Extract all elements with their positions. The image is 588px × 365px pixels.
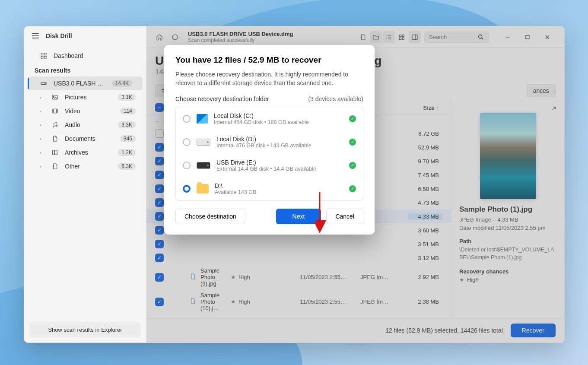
radio-button[interactable] — [183, 115, 191, 123]
grid-icon — [40, 52, 48, 59]
sidebar-item-archives[interactable]: › Archives 1.2K — [24, 146, 146, 159]
chevron-right-icon: › — [40, 150, 45, 155]
destination-option-folder[interactable]: D:\Available 143 GB ✓ — [176, 177, 363, 200]
nav-label: Dashboard — [54, 52, 83, 59]
nav-dashboard[interactable]: Dashboard — [24, 49, 146, 63]
dest-available: (3 devices available) — [308, 95, 363, 102]
destination-option-d[interactable]: Local Disk (D:)Internal 476 GB disk • 14… — [176, 130, 363, 154]
svg-rect-3 — [44, 56, 46, 58]
dest-name: D:\ — [215, 182, 343, 189]
video-icon — [51, 108, 59, 114]
next-button[interactable]: Next — [276, 209, 321, 224]
chevron-right-icon: › — [40, 122, 45, 127]
music-icon — [51, 121, 59, 128]
choose-destination-button[interactable]: Choose destination — [175, 209, 245, 224]
sidebar-item-audio[interactable]: › Audio 3.3K — [24, 118, 146, 132]
folder-icon — [197, 184, 209, 194]
chevron-right-icon: › — [40, 136, 45, 141]
dest-name: Local Disk (C:) — [214, 112, 343, 119]
nav-label: Other — [65, 163, 80, 170]
file-icon — [51, 163, 59, 170]
chevron-right-icon: › — [40, 164, 45, 169]
radio-button[interactable] — [183, 138, 191, 146]
dest-sub: Available 143 GB — [215, 189, 343, 195]
dest-sub: Internal 476 GB disk • 143 GB available — [216, 143, 343, 149]
dest-name: Local Disk (D:) — [216, 136, 343, 143]
count-badge: 3.3K — [118, 121, 136, 128]
menu-icon[interactable] — [32, 33, 39, 38]
nav-label: Audio — [65, 121, 80, 128]
chevron-right-icon: › — [40, 108, 45, 114]
radio-button[interactable] — [183, 162, 191, 169]
app-title: Disk Drill — [46, 32, 72, 39]
svg-point-5 — [45, 83, 45, 83]
radio-button[interactable] — [183, 185, 191, 193]
count-badge: 345 — [120, 135, 136, 142]
count-badge: 14.4K — [112, 80, 132, 87]
modal-description: Please choose recovery destination. It i… — [175, 70, 363, 88]
nav-label: USB3.0 FLASH DRIVE U… — [54, 80, 106, 87]
show-in-explorer-button[interactable]: Show scan results in Explorer — [29, 322, 141, 337]
count-badge: 114 — [120, 108, 136, 114]
sidebar-item-video[interactable]: › Video 114 — [24, 104, 146, 118]
sidebar-item-documents[interactable]: › Documents 345 — [24, 132, 146, 146]
cancel-button[interactable]: Cancel — [326, 209, 363, 224]
dest-sub: Internal 454 GB disk • 188 GB available — [214, 119, 343, 125]
disk-icon — [197, 139, 210, 146]
svg-rect-1 — [44, 53, 46, 55]
destination-option-c[interactable]: Local Disk (C:)Internal 454 GB disk • 18… — [176, 107, 363, 130]
dest-sub: External 14.4 GB disk • 14.4 GB availabl… — [216, 166, 343, 172]
usb-drive-icon — [197, 162, 210, 169]
destination-list: Local Disk (C:)Internal 454 GB disk • 18… — [175, 107, 363, 201]
drive-icon — [40, 80, 48, 87]
destination-option-e[interactable]: USB Drive (E:)External 14.4 GB disk • 14… — [176, 154, 363, 177]
svg-rect-0 — [41, 53, 43, 55]
nav-label: Video — [65, 108, 80, 114]
image-icon — [51, 94, 59, 101]
nav-heading: Scan results — [24, 63, 146, 76]
count-badge: 3.1K — [118, 94, 136, 101]
recovery-destination-modal: You have 12 files / 52.9 MB to recover P… — [164, 45, 375, 235]
sidebar-item-pictures[interactable]: › Pictures 3.1K — [24, 90, 146, 104]
sidebar: Disk Drill Dashboard Scan results USB3.0… — [24, 26, 146, 343]
archive-icon — [51, 149, 59, 156]
svg-rect-8 — [52, 109, 57, 113]
windows-drive-icon — [197, 114, 208, 124]
check-icon: ✓ — [349, 115, 356, 122]
check-icon: ✓ — [349, 162, 356, 169]
modal-title: You have 12 files / 52.9 MB to recover — [175, 55, 363, 65]
sidebar-item-other[interactable]: › Other 6.3K — [24, 159, 146, 173]
nav-label: Pictures — [65, 94, 87, 101]
nav-label: Documents — [65, 135, 95, 142]
dest-name: USB Drive (E:) — [216, 159, 343, 166]
sidebar-item-drive[interactable]: USB3.0 FLASH DRIVE U… 14.4K — [28, 76, 143, 90]
dest-heading: Choose recovery destination folder — [175, 95, 269, 102]
svg-rect-2 — [41, 56, 43, 58]
check-icon: ✓ — [349, 185, 356, 192]
nav-label: Archives — [65, 149, 88, 156]
check-icon: ✓ — [349, 139, 356, 146]
document-icon — [51, 135, 59, 142]
svg-point-10 — [56, 125, 57, 127]
svg-point-9 — [53, 126, 54, 127]
count-badge: 6.3K — [118, 163, 136, 170]
count-badge: 1.2K — [118, 149, 136, 156]
chevron-right-icon: › — [40, 95, 45, 100]
